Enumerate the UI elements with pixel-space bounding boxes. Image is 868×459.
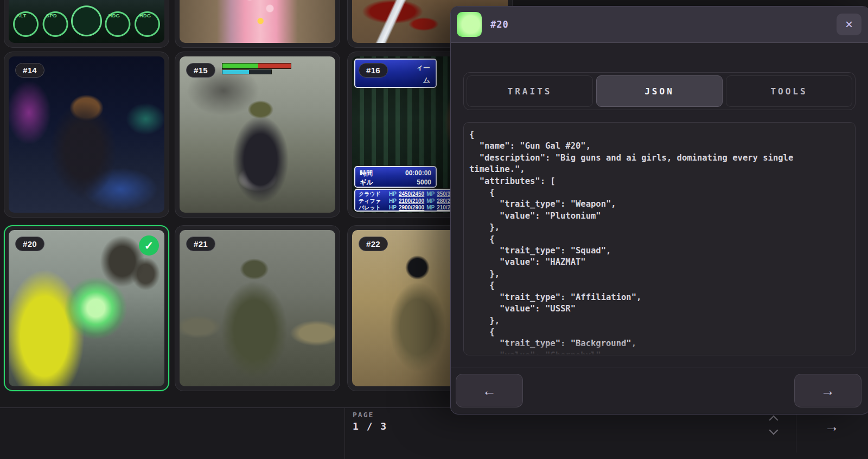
- time-value: 00:00:00: [405, 169, 431, 178]
- prev-item-button[interactable]: ←: [456, 374, 523, 407]
- arrow-right-icon: →: [821, 382, 835, 399]
- tab-json[interactable]: JSON: [596, 75, 723, 107]
- hud-label: HDG: [108, 13, 120, 18]
- close-button[interactable]: ×: [837, 14, 861, 35]
- divider: [451, 367, 868, 367]
- time-label: 時間: [360, 169, 373, 178]
- chevron-up-icon[interactable]: [769, 416, 778, 425]
- nft-image-kimono-festival: [180, 0, 335, 43]
- pagination: PAGE 1 / 3: [353, 411, 387, 432]
- nft-card-badge: #15: [186, 63, 215, 78]
- nft-card-badge: #22: [359, 237, 388, 251]
- nft-card-partial-cockpit[interactable]: ALT SPD HDG HDG: [4, 0, 169, 48]
- nft-image-cockpit-gauges: ALT SPD HDG HDG: [9, 0, 164, 43]
- nft-card-20-selected[interactable]: #20 ✓: [4, 225, 169, 391]
- nft-card-partial-kimono[interactable]: [175, 0, 340, 48]
- close-icon: ×: [845, 18, 853, 31]
- chevron-down-icon[interactable]: [769, 426, 778, 435]
- tab-traits[interactable]: TRAITS: [467, 75, 593, 107]
- panel-title: #20: [490, 19, 509, 30]
- panel-thumbnail: [457, 12, 482, 37]
- nft-card-badge: #16: [359, 63, 388, 78]
- hud-label: HDG: [139, 13, 151, 18]
- json-code-text: { "name": "Gun Gal #20", "description": …: [469, 129, 850, 355]
- health-bar-hud: [222, 63, 291, 74]
- panel-header: #20 ×: [451, 7, 868, 43]
- jrpg-time-gil-box: 時間00:00:00 ギル5000: [354, 166, 437, 188]
- detail-panel: #20 × TRAITS JSON TOOLS { "name": "Gun G…: [450, 6, 868, 415]
- divider: [344, 408, 345, 459]
- nft-card-15[interactable]: #15: [175, 52, 340, 218]
- selected-check-icon: ✓: [139, 235, 159, 256]
- nft-card-21[interactable]: #21: [175, 225, 340, 391]
- gil-value: 5000: [417, 178, 431, 187]
- nft-card-badge: #14: [15, 63, 44, 78]
- nft-card-badge: #21: [186, 237, 215, 251]
- health-bar: [222, 63, 291, 69]
- nft-gallery-app: ALT SPD HDG HDG #14 #15 ィー ム: [0, 0, 868, 459]
- page-stepper[interactable]: [767, 417, 781, 433]
- arrow-left-icon: ←: [482, 382, 496, 399]
- tab-tools[interactable]: TOOLS: [726, 75, 852, 107]
- divider: [796, 413, 796, 452]
- nft-image-hazmat-chernobyl: #20 ✓: [9, 230, 164, 386]
- nft-image-maid-bazooka: #15: [180, 56, 335, 213]
- gil-label: ギル: [360, 178, 373, 187]
- nft-card-badge: #20: [15, 237, 44, 251]
- page-value: 1 / 3: [353, 420, 387, 432]
- json-code-block: { "name": "Gun Gal #20", "description": …: [463, 122, 856, 355]
- next-item-button[interactable]: →: [794, 374, 861, 407]
- nft-card-14[interactable]: #14: [4, 52, 169, 218]
- hud-label: ALT: [16, 13, 26, 18]
- nft-image-soldier-town: #21: [180, 230, 335, 386]
- panel-tabs: TRAITS JSON TOOLS: [463, 72, 856, 110]
- nft-image-neon-city-girl: #14: [9, 56, 164, 213]
- hud-label: SPD: [46, 13, 57, 18]
- bottom-bar: PAGE 1 / 3 →: [0, 407, 868, 459]
- stamina-bar: [222, 69, 272, 74]
- page-label: PAGE: [353, 411, 387, 419]
- next-page-button[interactable]: →: [816, 411, 847, 442]
